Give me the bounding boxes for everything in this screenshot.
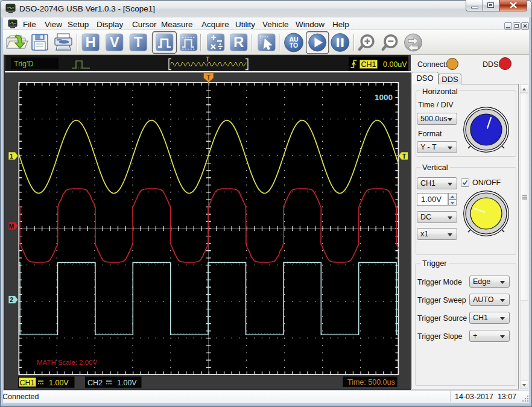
svg-text:CH1: CH1	[20, 379, 35, 387]
svg-text:1.00V: 1.00V	[49, 379, 69, 387]
svg-text:1.00V: 1.00V	[117, 379, 137, 387]
svg-text:Trig'D: Trig'D	[14, 60, 33, 68]
svg-text:1000: 1000	[375, 93, 393, 102]
svg-text:R: R	[233, 34, 244, 50]
svg-text:CH2: CH2	[87, 379, 103, 387]
svg-text:T: T	[134, 34, 143, 50]
svg-text:M: M	[9, 223, 14, 230]
svg-text:H: H	[86, 34, 96, 50]
svg-text:0.00uV: 0.00uV	[383, 60, 407, 69]
svg-text:V: V	[110, 34, 119, 50]
svg-text:CH1: CH1	[361, 60, 376, 69]
svg-text:2: 2	[10, 297, 13, 303]
svg-text:T: T	[206, 74, 211, 81]
svg-text:T: T	[206, 56, 209, 63]
svg-text:MATH Scale: 2.00V: MATH Scale: 2.00V	[37, 359, 97, 366]
svg-text:Time: 500.0us: Time: 500.0us	[347, 378, 395, 386]
svg-text:TO: TO	[290, 42, 298, 49]
svg-text:1: 1	[10, 153, 13, 160]
svg-text:T: T	[402, 153, 406, 160]
